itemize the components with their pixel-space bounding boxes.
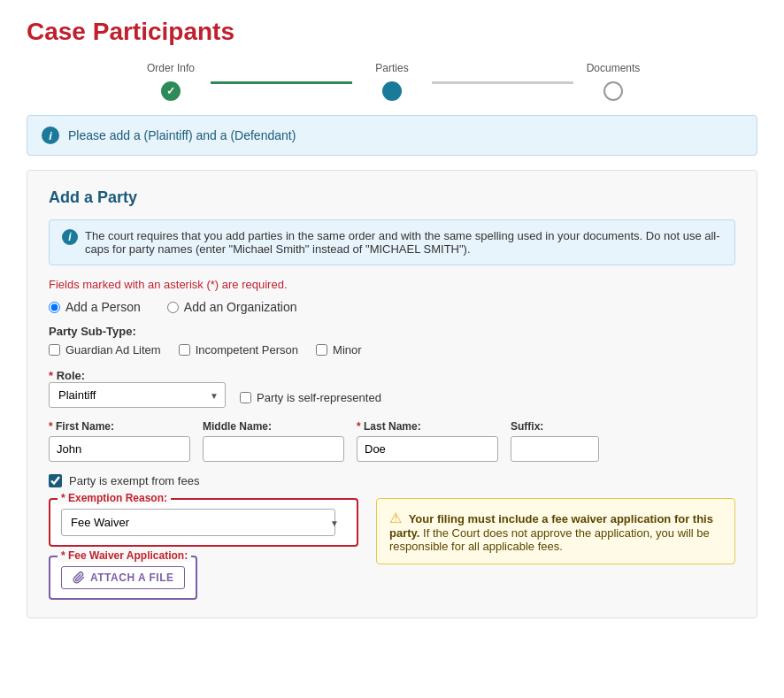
progress-bar: Order Info ✓ Parties Documents — [27, 62, 757, 101]
step-circle-order-info: ✓ — [161, 81, 181, 101]
exemption-left: * Exemption Reason: Fee Waiver ▼ * Fee W… — [49, 498, 358, 600]
self-rep-checkbox[interactable] — [240, 392, 251, 403]
step-documents: Documents — [573, 62, 653, 101]
incompetent-person-option[interactable]: Incompetent Person — [179, 343, 298, 357]
self-rep-label: Party is self-represented — [257, 391, 381, 404]
minor-option[interactable]: Minor — [316, 343, 362, 357]
connector-2 — [432, 81, 573, 84]
step-order-info: Order Info ✓ — [131, 62, 211, 101]
person-radio-input[interactable] — [49, 302, 60, 313]
exempt-fees-row: Party is exempt from fees — [49, 474, 735, 487]
last-name-field: * Last Name: — [357, 420, 498, 462]
exemption-reason-box: * Exemption Reason: Fee Waiver ▼ — [49, 498, 358, 547]
role-group: * Role: Plaintiff Defendant ▼ Party is s… — [49, 369, 735, 408]
add-party-title: Add a Party — [49, 188, 735, 207]
party-type-group: Add a Person Add an Organization — [49, 300, 735, 314]
exemption-reason-select[interactable]: Fee Waiver — [61, 509, 335, 536]
fee-waiver-warning: ⚠ Your filing must include a fee waiver … — [376, 498, 735, 564]
sub-type-group: Guardian Ad Litem Incompetent Person Min… — [49, 343, 735, 357]
role-select[interactable]: Plaintiff Defendant — [49, 382, 226, 408]
last-name-label: * Last Name: — [357, 420, 498, 433]
guardian-ad-litem-label: Guardian Ad Litem — [65, 343, 161, 357]
first-name-field: * First Name: — [49, 420, 190, 462]
court-notice-text: The court requires that you add parties … — [85, 229, 722, 256]
name-fields-row: * First Name: Middle Name: * Last Name: … — [49, 420, 735, 462]
exempt-fees-checkbox[interactable] — [49, 474, 62, 487]
info-icon: i — [42, 127, 59, 144]
required-note: Fields marked with an asterisk (*) are r… — [49, 278, 735, 291]
warning-body: If the Court does not approve the applic… — [389, 526, 710, 553]
add-org-radio[interactable]: Add an Organization — [167, 300, 297, 314]
exempt-fees-label: Party is exempt from fees — [69, 474, 199, 487]
middle-name-input[interactable] — [203, 436, 344, 462]
exemption-reason-box-label: * Exemption Reason: — [58, 492, 171, 504]
add-person-radio[interactable]: Add a Person — [49, 300, 141, 314]
self-rep-checkbox-label[interactable]: Party is self-represented — [240, 391, 381, 404]
paperclip-icon — [73, 571, 85, 584]
org-radio-label: Add an Organization — [184, 300, 297, 314]
fee-waiver-app-box-label: * Fee Waiver Application: — [58, 549, 191, 562]
page-title: Case Participants — [27, 18, 757, 46]
role-select-wrapper: Plaintiff Defendant ▼ — [49, 382, 226, 408]
incompetent-person-label: Incompetent Person — [196, 343, 298, 357]
sub-type-label: Party Sub-Type: — [49, 325, 735, 338]
step-circle-parties — [382, 81, 402, 101]
person-radio-label: Add a Person — [65, 300, 141, 314]
first-name-input[interactable] — [49, 436, 190, 462]
court-notice: i The court requires that you add partie… — [49, 219, 735, 265]
middle-name-label: Middle Name: — [203, 420, 344, 433]
incompetent-person-checkbox[interactable] — [179, 344, 190, 356]
suffix-label: Suffix: — [511, 420, 599, 433]
guardian-ad-litem-checkbox[interactable] — [49, 344, 60, 356]
step-circle-documents — [603, 81, 623, 101]
minor-checkbox[interactable] — [316, 344, 327, 356]
fee-waiver-app-box: * Fee Waiver Application: ATTACH A FILE — [49, 556, 197, 600]
attach-file-label: ATTACH A FILE — [90, 571, 173, 584]
info-banner-text: Please add a (Plaintiff) and a (Defendan… — [68, 128, 296, 142]
guardian-ad-litem-option[interactable]: Guardian Ad Litem — [49, 343, 161, 357]
attach-file-button[interactable]: ATTACH A FILE — [61, 566, 185, 589]
court-notice-icon: i — [62, 229, 78, 245]
middle-name-field: Middle Name: — [203, 420, 344, 462]
exemption-select-wrapper: Fee Waiver ▼ — [61, 509, 346, 536]
minor-label: Minor — [333, 343, 362, 357]
suffix-input[interactable] — [511, 436, 599, 462]
suffix-field: Suffix: — [511, 420, 599, 462]
first-name-label: * First Name: — [49, 420, 190, 433]
step-parties: Parties — [352, 62, 432, 101]
role-label: * Role: — [49, 369, 226, 382]
warning-icon: ⚠ — [389, 510, 402, 525]
info-banner: i Please add a (Plaintiff) and a (Defend… — [27, 115, 757, 156]
exemption-section: * Exemption Reason: Fee Waiver ▼ * Fee W… — [49, 498, 735, 600]
add-party-card: Add a Party i The court requires that yo… — [27, 170, 757, 618]
last-name-input[interactable] — [357, 436, 498, 462]
org-radio-input[interactable] — [167, 302, 179, 313]
connector-1 — [211, 81, 352, 84]
